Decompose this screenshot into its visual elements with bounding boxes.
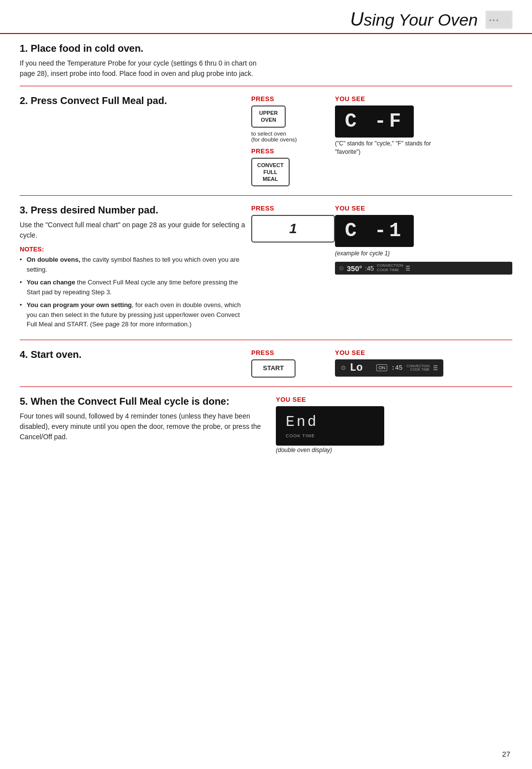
page-title: Using Your Oven [350,9,478,30]
yousee-col-4: YOU SEE ⊙ Lo ON :45 CONVECTIONCOOK TIME [335,349,512,380]
brand-logo: ✦✦✦ [486,11,512,29]
display-c1: C -1 [335,215,414,247]
press-col-4: PRESS START [251,349,335,380]
section-4-left: 4. Start oven. [20,349,251,364]
caption-double-ovens: (for double ovens) [251,137,297,142]
press-col-3: PRESS 1 [251,205,335,275]
convect-line2: FULL [257,169,284,175]
end-display-wrapper: End COOK TIME [276,406,384,446]
yousee-label-2: YOU SEE [335,95,512,103]
press-yousee-4: PRESS START YOU SEE ⊙ Lo ON :45 CONVECTI… [251,349,512,380]
page-header: Using Your Oven ✦✦✦ [0,0,532,34]
yousee-label-3: YOU SEE [335,205,512,212]
number-1-key[interactable]: 1 [251,215,335,243]
start-key[interactable]: START [251,359,296,378]
lo-bar-lines [433,365,437,370]
section-3-row: 3. Press desired Number pad. Use the "Co… [20,205,512,333]
section-4-heading: 4. Start oven. [20,349,251,360]
upper-oven-key[interactable]: UPPER OVEN [251,105,286,128]
section-4-right: PRESS START YOU SEE ⊙ Lo ON :45 CONVECTI… [251,349,512,380]
yousee-label-5: YOU SEE [276,396,306,403]
section-5: 5. When the Convect Full Meal cycle is d… [20,387,512,460]
note-item-1: On double ovens, the cavity symbol flash… [20,255,251,274]
section-3-heading: 3. Press desired Number pad. [20,205,251,216]
press-label-2b: PRESS [251,147,335,155]
section-2-left: 2. Press Convect Full Meal pad. [20,95,251,110]
press-col-2: PRESS UPPER OVEN to select oven (for dou… [251,95,335,188]
svg-text:✦✦✦: ✦✦✦ [489,18,499,23]
section-3-left: 3. Press desired Number pad. Use the "Co… [20,205,251,333]
display-cf: C -F [335,105,414,138]
yousee-note-2: ("C" stands for "cycle," "F" stands for … [335,140,443,157]
press-yousee-2: PRESS UPPER OVEN to select oven (for dou… [251,95,512,188]
section-2: 2. Press Convect Full Meal pad. PRESS UP… [20,86,512,196]
section-5-heading: 5. When the Convect Full Meal cycle is d… [20,396,276,407]
small-display-350: ⊙ 350° :45 CONVECTIONCOOK TIME [335,262,512,275]
lo-convection-label: CONVECTIONCOOK TIME [406,364,430,372]
section-5-body: Four tones will sound, followed by 4 rem… [20,411,266,442]
section-1-body: If you need the Temperature Probe for yo… [20,58,266,79]
section-5-right: YOU SEE End COOK TIME (double oven displ… [276,396,512,454]
oven-circle-icon: ⊙ [339,265,344,272]
temp-350: 350° [347,264,362,273]
section-3-right: PRESS 1 YOU SEE C -1 (example for cycle … [251,205,512,275]
main-content: 1. Place food in cold oven. If you need … [0,34,532,460]
yousee-col-3: YOU SEE C -1 (example for cycle 1) ⊙ 350… [335,205,512,275]
section-5-left: 5. When the Convect Full Meal cycle is d… [20,396,276,454]
time-45: :45 [365,265,374,272]
section-4-row: 4. Start oven. PRESS START YOU SEE ⊙ Lo … [20,349,512,380]
note-item-2: You can change the Convect Full Meal cyc… [20,278,251,297]
lo-display: ⊙ Lo ON :45 CONVECTIONCOOK TIME [335,359,443,377]
title-u: U [350,9,364,30]
small-display-wrapper: ⊙ 350° :45 CONVECTIONCOOK TIME [335,262,512,275]
press-yousee-3: PRESS 1 YOU SEE C -1 (example for cycle … [251,205,512,275]
section-2-heading: 2. Press Convect Full Meal pad. [20,95,251,106]
caption-to-select: to select oven [251,131,286,137]
convect-line3: MEAL [257,175,284,182]
press-label-4: PRESS [251,349,335,356]
section-4: 4. Start oven. PRESS START YOU SEE ⊙ Lo … [20,340,512,387]
upper-oven-caption: to select oven (for double ovens) [251,131,335,142]
section-2-right: PRESS UPPER OVEN to select oven (for dou… [251,95,512,188]
notes-label: NOTES: [20,245,251,253]
convection-label-3: CONVECTIONCOOK TIME [377,264,403,273]
end-display-caption: (double oven display) [276,447,332,454]
upper-oven-key-line1: UPPER [257,109,280,116]
display-c1-caption: (example for cycle 1) [335,250,512,257]
upper-oven-key-block: UPPER OVEN to select oven (for double ov… [251,105,335,142]
section-2-row: 2. Press Convect Full Meal pad. PRESS UP… [20,95,512,188]
upper-oven-key-line2: OVEN [257,116,280,123]
lo-time: :45 [391,364,402,372]
press-label-2: PRESS [251,95,335,103]
on-badge: ON [376,364,387,371]
yousee-col-2: YOU SEE C -F ("C" stands for "cycle," "F… [335,95,512,188]
convect-full-meal-key[interactable]: CONVECT FULL MEAL [251,158,290,187]
section-5-row: 5. When the Convect Full Meal cycle is d… [20,396,512,454]
note-item-3: You can program your own setting, for ea… [20,300,251,329]
yousee-label-4: YOU SEE [335,349,512,356]
press-label-3: PRESS [251,205,335,212]
section-1-heading: 1. Place food in cold oven. [20,43,512,54]
title-rest: sing Your Oven [364,10,478,29]
page-number: 27 [502,750,510,758]
section-1: 1. Place food in cold oven. If you need … [20,34,512,86]
end-text: End [286,414,318,430]
section-3-body: Use the "Convect full meal chart" on pag… [20,220,251,241]
lo-text: Lo [350,362,372,374]
section-3: 3. Press desired Number pad. Use the "Co… [20,196,512,340]
end-sublabel: COOK TIME [286,433,315,438]
notes-list: On double ovens, the cavity symbol flash… [20,255,251,329]
lo-oven-icon: ⊙ [341,364,346,371]
bar-lines [406,266,410,271]
convect-line1: CONVECT [257,162,284,169]
